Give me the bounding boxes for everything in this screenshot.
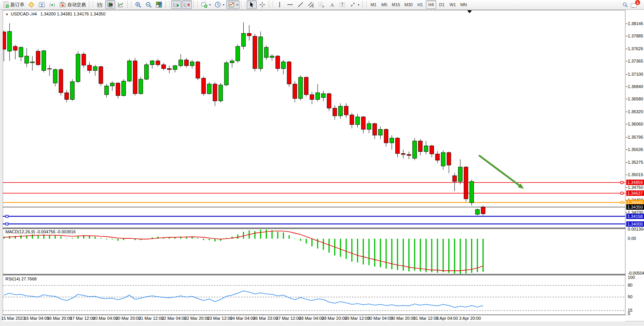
line-chart-type-button[interactable]	[116, 0, 126, 9]
candle-body	[145, 65, 149, 79]
chart-list-button[interactable]	[26, 0, 36, 9]
hline-handle[interactable]	[6, 215, 8, 217]
market-watch-button[interactable]	[37, 0, 47, 9]
candle-body	[87, 65, 91, 71]
timeframe-w1-button[interactable]: W1	[448, 0, 458, 9]
dropdown-caret-icon[interactable]: ▾	[358, 3, 359, 7]
time-axis[interactable]: 15 Mar 202316 Mar 04:0016 Mar 20:0017 Ma…	[3, 315, 625, 321]
macd-histogram-bar	[442, 239, 444, 272]
macd-histogram-bar	[283, 233, 284, 239]
periods-button[interactable]: ▾	[213, 0, 226, 9]
hline-handle[interactable]	[621, 201, 623, 204]
candle-body	[367, 124, 371, 129]
candle-body	[282, 62, 285, 68]
new-chart-button[interactable]: ▾	[199, 0, 212, 9]
bar-chart-type-button[interactable]	[95, 0, 105, 9]
zoom-in-button[interactable]	[133, 0, 143, 9]
timeframe-h1-button[interactable]: H1	[415, 0, 425, 9]
dropdown-caret-icon[interactable]: ▾	[236, 3, 238, 7]
chartshift-icon	[183, 1, 190, 8]
timeframe-h4-button[interactable]: H4	[426, 0, 436, 9]
signals-button[interactable]	[47, 0, 57, 9]
zoom-out-button[interactable]	[143, 0, 154, 9]
text-label-button[interactable]: T	[337, 0, 347, 9]
vertical-line-button[interactable]	[275, 0, 285, 9]
tile-windows-button[interactable]	[154, 0, 164, 9]
chart-shift-button[interactable]	[182, 0, 192, 9]
candle-body	[350, 115, 354, 124]
toolbar-separator	[193, 1, 194, 8]
timeframe-mn-button[interactable]: MN	[458, 0, 469, 9]
toolbar-separator	[241, 1, 241, 8]
fibonacci-button[interactable]: F	[316, 0, 326, 9]
arrows-button[interactable]: ▾	[348, 0, 361, 9]
macd-histogram-bar	[20, 235, 22, 239]
candle-body	[207, 84, 211, 94]
macd-histogram-bar	[55, 235, 56, 239]
candle-body	[390, 138, 394, 143]
timeframe-m30-button[interactable]: M30	[402, 0, 414, 9]
price-tick-label: 1.35535	[628, 147, 643, 152]
cursor-button[interactable]	[247, 0, 257, 9]
price-tick-label: 1.36840	[628, 84, 643, 89]
price-axis[interactable]: 1.381451.378851.376251.373651.371001.368…	[626, 10, 644, 315]
crosshair-icon	[259, 1, 266, 8]
trend-arrow[interactable]	[479, 155, 521, 187]
price-tick-label: 1.37625	[628, 46, 643, 51]
hline-handle[interactable]	[621, 181, 623, 183]
hline-handle[interactable]	[6, 223, 8, 225]
time-label: 16 Mar 04:00	[24, 316, 49, 321]
candle-body	[36, 51, 40, 65]
dropdown-caret-icon[interactable]: ▾	[209, 3, 211, 7]
candle-body	[407, 155, 411, 155]
timeframe-m15-button[interactable]: M15	[390, 0, 402, 9]
time-label: 22 Mar 04:00	[161, 316, 186, 321]
price-tick-label: 1.37365	[628, 59, 643, 63]
candle-body	[436, 154, 439, 160]
candle-body	[413, 141, 417, 158]
macd-histogram-bar	[294, 239, 296, 239]
macd-histogram-bar	[214, 239, 215, 241]
notification-badge: 1	[635, 0, 640, 5]
toolbar-separator	[166, 1, 166, 8]
timeframe-d1-button[interactable]: D1	[437, 0, 447, 9]
candle-body	[481, 207, 485, 214]
macd-histogram-bar	[369, 239, 370, 265]
candle-body	[287, 62, 291, 84]
new-order-button[interactable]: 新订单	[1, 0, 26, 9]
candle-body	[401, 153, 405, 154]
macd-histogram-bar	[328, 239, 330, 253]
timeframe-m1-button[interactable]: M1	[368, 0, 379, 9]
chart-canvas[interactable]	[3, 10, 625, 321]
signal-icon	[49, 1, 56, 8]
equidistant-channel-button[interactable]: E	[306, 0, 316, 9]
trendline-button[interactable]	[296, 0, 306, 9]
timeframe-m5-button[interactable]: M5	[379, 0, 389, 9]
candle-body	[259, 37, 263, 68]
time-label: 21 Mar 12:00	[138, 316, 164, 321]
candle-body	[139, 79, 143, 93]
profiles-button[interactable]: ▾	[226, 0, 239, 9]
hline-icon	[287, 1, 294, 8]
candle-chart-type-button[interactable]	[105, 0, 115, 9]
dropdown-caret-icon[interactable]: ▾	[223, 3, 224, 7]
candle-body	[230, 61, 234, 63]
collapse-triangle-icon[interactable]: ▼	[5, 13, 9, 16]
macd-axis-label: 0.001304	[628, 227, 644, 231]
auto-scroll-button[interactable]	[171, 0, 181, 9]
macd-histogram-bar	[197, 238, 198, 239]
text-button[interactable]: A	[327, 0, 337, 9]
autotrade-icon	[59, 1, 66, 8]
macd-histogram-bar	[460, 239, 461, 274]
crosshair-button[interactable]	[257, 0, 267, 9]
search-button[interactable]	[622, 2, 628, 7]
chart-shift-marker-icon[interactable]	[467, 10, 472, 13]
chart-window[interactable]: ▼ USDCAD-,H4 1.34200 1.34381 1.34176 1.3…	[3, 10, 644, 321]
notifications-button[interactable]: 1	[631, 1, 639, 8]
price-tick-label: 1.37885	[628, 34, 643, 38]
candle-body	[424, 146, 428, 151]
horizontal-line-button[interactable]	[285, 0, 295, 9]
blue-window-icon	[38, 1, 45, 8]
auto-trading-button[interactable]: 自动交易	[58, 0, 87, 9]
hline-handle[interactable]	[621, 192, 623, 194]
